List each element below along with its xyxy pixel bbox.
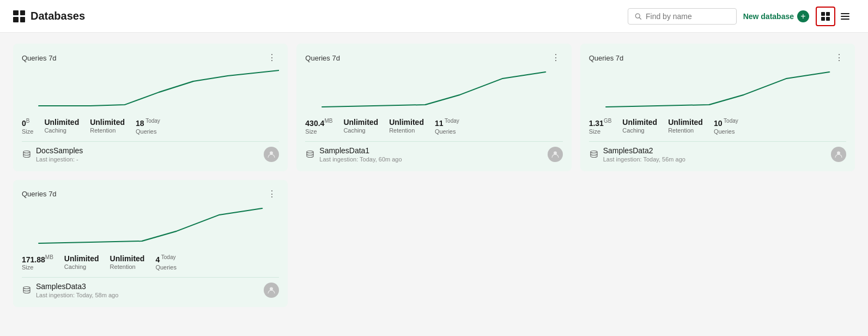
- database-card-samplesData1: Queries 7d⋮430.4MBSizeUnlimitedCachingUn…: [296, 44, 571, 171]
- stat-value: 18 Today: [136, 118, 160, 128]
- search-icon: [635, 13, 641, 20]
- card-menu-button[interactable]: ⋮: [265, 189, 279, 200]
- card-chart-label: Queries 7d: [589, 54, 624, 62]
- header-right: New database +: [628, 7, 855, 26]
- stats-row: 430.4MBSizeUnlimitedCachingUnlimitedRete…: [305, 118, 562, 135]
- stat-label: Retention: [110, 263, 145, 270]
- card-header: Queries 7d⋮: [22, 189, 279, 200]
- database-icon: [22, 149, 32, 159]
- svg-point-4: [307, 151, 313, 153]
- database-icon: [22, 285, 32, 295]
- stat-item: UnlimitedRetention: [668, 118, 703, 135]
- card-header: Queries 7d⋮: [305, 52, 562, 63]
- stat-item: UnlimitedRetention: [90, 118, 125, 135]
- db-last-ingestion: Last ingestion: Today, 60m ago: [319, 156, 402, 163]
- stat-label: Queries: [714, 128, 738, 135]
- svg-line-1: [639, 17, 641, 19]
- stat-unit: MB: [45, 254, 53, 260]
- stat-item: 430.4MBSize: [305, 118, 332, 135]
- stats-row: 0BSizeUnlimitedCachingUnlimitedRetention…: [22, 118, 279, 135]
- db-name-group: SamplesData3Last ingestion: Today, 58m a…: [36, 282, 118, 298]
- card-menu-button[interactable]: ⋮: [265, 52, 279, 63]
- stat-value: Unlimited: [668, 118, 703, 127]
- stat-label: Retention: [389, 127, 424, 134]
- database-card-samplesData3: Queries 7d⋮171.88MBSizeUnlimitedCachingU…: [13, 180, 288, 308]
- db-info: SamplesData1Last ingestion: Today, 60m a…: [305, 146, 402, 163]
- search-input[interactable]: [646, 12, 730, 21]
- card-footer: SamplesData3Last ingestion: Today, 58m a…: [22, 277, 279, 298]
- grid-view-button[interactable]: [816, 7, 835, 26]
- stat-item: 0BSize: [22, 118, 33, 135]
- stat-item: 11 TodayQueries: [435, 118, 459, 135]
- stat-label: Size: [22, 264, 53, 271]
- chart-area: [305, 68, 562, 111]
- stat-value: 4 Today: [155, 254, 177, 264]
- card-footer: SamplesData2Last ingestion: Today, 56m a…: [589, 141, 846, 163]
- db-info: SamplesData3Last ingestion: Today, 58m a…: [22, 282, 118, 298]
- db-name: DocsSamples: [36, 146, 83, 155]
- stat-value: Unlimited: [622, 118, 657, 127]
- chart-area: [589, 68, 846, 111]
- stat-value: Unlimited: [343, 118, 378, 127]
- stat-item: 1.31GBSize: [589, 118, 612, 135]
- stat-value: 171.88MB: [22, 254, 53, 264]
- svg-point-2: [23, 151, 30, 153]
- db-last-ingestion: Last ingestion: -: [36, 156, 83, 163]
- card-chart-label: Queries 7d: [22, 54, 57, 62]
- user-avatar: [264, 147, 279, 162]
- db-name-group: SamplesData1Last ingestion: Today, 60m a…: [319, 146, 402, 163]
- stat-label: Caching: [622, 127, 657, 134]
- svg-point-8: [23, 287, 30, 289]
- stat-value: Unlimited: [389, 118, 424, 127]
- stat-value: Unlimited: [64, 254, 99, 263]
- card-menu-button[interactable]: ⋮: [833, 52, 846, 63]
- stat-label: Size: [305, 128, 332, 135]
- svg-point-6: [591, 151, 597, 153]
- stat-label: Queries: [435, 128, 459, 135]
- stat-label: Size: [589, 128, 612, 135]
- page-title: Databases: [31, 10, 85, 22]
- db-name: SamplesData2: [603, 146, 685, 155]
- stat-value: 1.31GB: [589, 118, 612, 128]
- db-info: SamplesData2Last ingestion: Today, 56m a…: [589, 146, 685, 163]
- stats-row: 171.88MBSizeUnlimitedCachingUnlimitedRet…: [22, 254, 279, 271]
- stat-value: Unlimited: [44, 118, 79, 127]
- list-view-button[interactable]: [835, 7, 855, 26]
- stat-label: Retention: [668, 127, 703, 134]
- stat-item: UnlimitedCaching: [44, 118, 79, 135]
- stat-label: Retention: [90, 127, 125, 134]
- new-database-label: New database: [743, 12, 794, 21]
- user-avatar: [831, 147, 846, 162]
- new-database-button[interactable]: New database +: [743, 10, 809, 22]
- stat-value: Unlimited: [110, 254, 145, 263]
- stat-value: 0B: [22, 118, 33, 128]
- stat-unit: B: [26, 118, 30, 124]
- stat-label: Caching: [343, 127, 378, 134]
- stat-item: UnlimitedRetention: [110, 254, 145, 271]
- stat-unit: Today: [723, 118, 738, 124]
- stat-label: Queries: [136, 128, 160, 135]
- stat-label: Queries: [155, 264, 177, 271]
- header-left: Databases: [13, 10, 628, 22]
- stat-item: 4 TodayQueries: [155, 254, 177, 271]
- stat-value: Unlimited: [90, 118, 125, 127]
- search-box[interactable]: [628, 8, 737, 25]
- card-footer: DocsSamplesLast ingestion: -: [22, 141, 279, 163]
- stats-row: 1.31GBSizeUnlimitedCachingUnlimitedReten…: [589, 118, 846, 135]
- database-icon: [589, 149, 599, 159]
- card-chart-label: Queries 7d: [305, 54, 340, 62]
- card-chart-label: Queries 7d: [22, 190, 57, 198]
- chart-area: [22, 68, 279, 111]
- list-view-icon: [841, 13, 849, 20]
- user-avatar: [548, 147, 563, 162]
- stat-unit: Today: [160, 254, 175, 260]
- stat-value: 10 Today: [714, 118, 738, 128]
- page-header: Databases New database +: [0, 0, 868, 33]
- stat-item: UnlimitedCaching: [64, 254, 99, 271]
- card-menu-button[interactable]: ⋮: [549, 52, 563, 63]
- database-card-samplesData2: Queries 7d⋮1.31GBSizeUnlimitedCachingUnl…: [580, 44, 855, 171]
- stat-item: 171.88MBSize: [22, 254, 53, 271]
- stat-item: UnlimitedRetention: [389, 118, 424, 135]
- stat-value: 11 Today: [435, 118, 459, 128]
- user-avatar: [264, 283, 279, 298]
